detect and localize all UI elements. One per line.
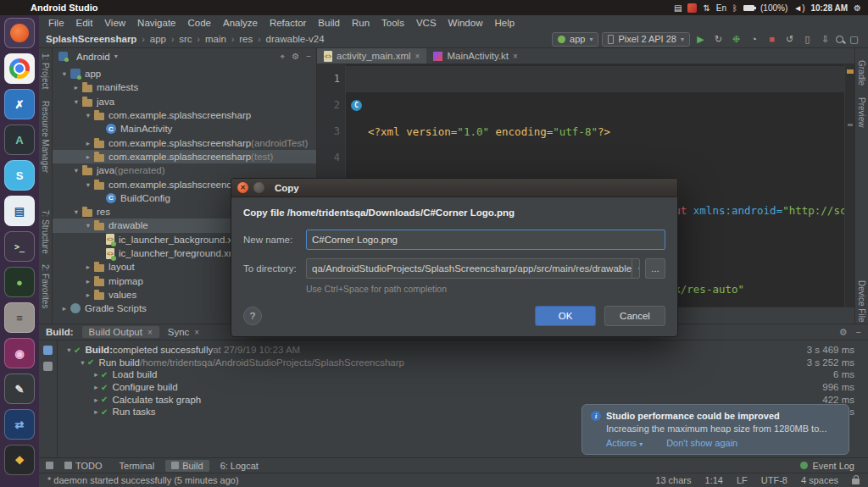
tree-item-manifests[interactable]: ▸manifests — [53, 80, 316, 94]
breadcrumb-main[interactable]: main — [205, 34, 226, 44]
dont-show-again-link[interactable]: Don't show again — [666, 438, 737, 448]
text-editor-icon[interactable]: ✎ — [4, 374, 35, 404]
menu-navigate[interactable]: Navigate — [131, 18, 181, 28]
tool-tab-project[interactable]: 1: Project — [41, 53, 50, 89]
software-center-icon[interactable]: ✗ — [4, 89, 35, 119]
search-everywhere-icon[interactable] — [836, 36, 843, 43]
geany-icon[interactable]: ● — [4, 267, 35, 297]
help-button[interactable]: ? — [243, 307, 262, 325]
tool-tab-favorites[interactable]: 2: Favorites — [41, 264, 50, 308]
expand-arrow-icon[interactable]: ▾ — [71, 166, 81, 174]
expand-arrow-icon[interactable]: ▸ — [83, 291, 93, 299]
tab-logcat[interactable]: 6: Logcat — [214, 460, 264, 472]
lock-icon[interactable] — [852, 479, 860, 484]
expand-arrow-icon[interactable]: ▸ — [83, 277, 93, 285]
build-row[interactable]: ▸✔Load build6 ms — [58, 368, 868, 381]
menu-tools[interactable]: Tools — [376, 18, 410, 28]
expand-arrow-icon[interactable]: ▸ — [71, 83, 81, 91]
tab-terminal[interactable]: Terminal — [114, 460, 161, 472]
hide-panel-icon[interactable]: − — [856, 327, 861, 338]
expand-arrow-icon[interactable]: ▸ — [92, 407, 101, 416]
dash-icon[interactable] — [4, 18, 35, 48]
expand-arrow-icon[interactable]: ▾ — [83, 221, 93, 230]
indent-indicator[interactable]: 4 spaces — [801, 475, 838, 485]
sync-gradle-button[interactable]: ↺ — [782, 34, 797, 45]
tree-item-package-test[interactable]: ▸com.example.splashscreensharp (test) — [53, 150, 316, 163]
skype-icon[interactable]: S — [4, 160, 35, 191]
keyboard-layout-indicator[interactable]: En — [716, 3, 726, 13]
stop-button[interactable]: ■ — [765, 34, 779, 44]
expand-arrow-icon[interactable]: ▾ — [59, 69, 70, 78]
expand-arrow-icon[interactable]: ▸ — [92, 383, 101, 391]
caret-position[interactable]: 1:14 — [705, 475, 723, 485]
build-row[interactable]: ▾✔Build: completed successfully at 27/9/… — [58, 344, 868, 357]
settings-gear-icon[interactable]: ⚙ — [292, 52, 299, 62]
menu-run[interactable]: Run — [346, 18, 376, 28]
expand-arrow-icon[interactable]: ▾ — [83, 180, 93, 189]
breadcrumb-drawable[interactable]: drawable-v24 — [266, 34, 325, 44]
expand-arrow-icon[interactable]: ▾ — [71, 208, 81, 216]
menu-build[interactable]: Build — [312, 18, 346, 28]
tool-window-switcher-icon[interactable] — [46, 462, 53, 469]
expand-arrow-icon[interactable]: ▸ — [83, 152, 93, 161]
expand-arrow-icon[interactable]: ▸ — [59, 304, 70, 313]
hide-panel-icon[interactable]: − — [306, 52, 311, 62]
menu-file[interactable]: File — [42, 18, 70, 28]
menu-edit[interactable]: Edit — [70, 18, 99, 28]
actions-link[interactable]: Actions ▾ — [606, 438, 643, 448]
breadcrumb-project[interactable]: SplashScreensharp — [46, 34, 136, 44]
gutter-component-icon[interactable]: C — [351, 100, 362, 111]
media-app-icon[interactable]: ◉ — [4, 338, 35, 368]
layout-box-icon[interactable]: ▢ — [847, 34, 861, 45]
menu-vcs[interactable]: VCS — [410, 18, 442, 28]
menu-analyze[interactable]: Analyze — [217, 18, 264, 28]
to-directory-combo[interactable]: qa/AndroidStudioProjects/SplashScreencsh… — [306, 258, 640, 279]
locate-file-icon[interactable]: ⌖ — [281, 52, 286, 62]
menu-refactor[interactable]: Refactor — [264, 18, 312, 28]
tool-tab-structure[interactable]: 7: Structure — [41, 210, 50, 254]
menu-code[interactable]: Code — [181, 18, 217, 28]
clock[interactable]: 10:28 AM — [810, 3, 848, 13]
run-configuration-select[interactable]: app ▾ — [552, 32, 598, 47]
dialog-titlebar[interactable]: ✕ Copy — [231, 179, 677, 197]
breadcrumb-src[interactable]: src — [179, 34, 192, 44]
encoding-indicator[interactable]: UTF-8 — [761, 475, 787, 485]
tool-tab-gradle[interactable]: Gradle — [857, 60, 866, 86]
editor-scrollbar[interactable] — [844, 64, 854, 307]
sdk-manager-button[interactable]: ⇩ — [818, 34, 832, 45]
battery-icon[interactable] — [743, 5, 754, 11]
settings-gear-icon[interactable]: ⚙ — [839, 327, 848, 338]
event-log-button[interactable]: Event Log — [800, 461, 861, 471]
close-icon[interactable]: ✕ — [237, 182, 248, 193]
tree-item-package-androidtest[interactable]: ▸com.example.splashscreensharp (androidT… — [53, 136, 316, 149]
profiler-button[interactable]: ◔ — [747, 34, 761, 44]
photos-icon[interactable]: ❖ — [4, 445, 35, 475]
tab-sync[interactable]: Sync× — [161, 326, 206, 338]
new-name-input[interactable] — [306, 230, 665, 250]
expand-arrow-icon[interactable]: ▸ — [92, 396, 101, 404]
menu-window[interactable]: Window — [442, 18, 489, 28]
build-row[interactable]: ▸✔Configure build996 ms — [58, 381, 868, 394]
tab-activity-main-xml[interactable]: activity_main.xml × — [317, 48, 426, 64]
file-transfer-icon[interactable]: ⇄ — [4, 409, 35, 440]
android-studio-indicator-icon[interactable] — [687, 3, 697, 13]
close-icon[interactable]: × — [147, 328, 153, 337]
keyboard-grid-icon[interactable]: ▤ — [674, 3, 682, 13]
run-button[interactable]: ▶ — [693, 34, 708, 45]
expand-arrow-icon[interactable]: ▾ — [83, 111, 93, 119]
project-view-selector[interactable]: Android — [76, 52, 110, 62]
build-settings-icon[interactable] — [43, 362, 53, 371]
tab-todo[interactable]: TODO — [58, 460, 108, 472]
tool-tab-resource-manager[interactable]: Resource Manager — [41, 101, 50, 173]
session-gear-icon[interactable]: ⚙ — [854, 3, 861, 13]
expand-arrow-icon[interactable]: ▾ — [64, 346, 74, 354]
sound-icon[interactable]: ◄) — [793, 3, 804, 13]
expand-arrow-icon[interactable]: ▸ — [92, 370, 101, 379]
chrome-icon[interactable] — [4, 53, 35, 84]
ok-button[interactable]: OK — [535, 306, 596, 326]
chevron-down-icon[interactable]: ▾ — [632, 259, 640, 278]
breadcrumb-res[interactable]: res — [239, 34, 253, 44]
expand-arrow-icon[interactable]: ▾ — [71, 97, 81, 106]
tab-build-output[interactable]: Build Output× — [82, 326, 159, 338]
tree-item-mainactivity[interactable]: MainActivity — [53, 122, 316, 136]
